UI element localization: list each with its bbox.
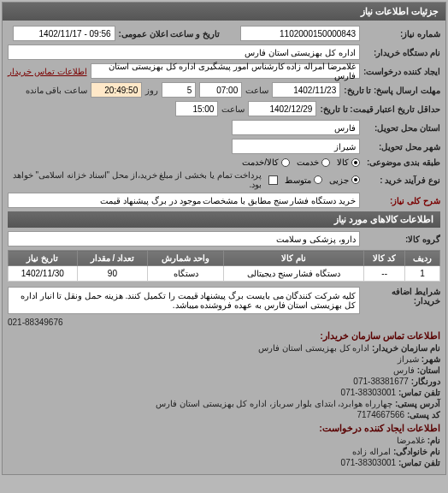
line-city: شهر: شیراز xyxy=(8,354,440,364)
validity-label: حداقل تاریخ اعتبار قیمت: تا تاریخ: xyxy=(320,104,440,114)
cat-all-label: کالا xyxy=(337,157,349,167)
category-label: طبقه بندی موضوعی: xyxy=(363,157,440,167)
panel-title: جزئیات اطلاعات نیاز xyxy=(3,3,445,21)
deadline-time: 07:00 xyxy=(199,82,242,98)
datetime-value: 09:56 - 1402/11/17 xyxy=(13,26,115,41)
city-label: شهر محل تحویل: xyxy=(363,142,440,151)
process-radios: جزیی متوسط پرداخت تمام یا بخشی از مبلغ خ… xyxy=(8,170,360,189)
fax-label: دورنگار: xyxy=(411,377,440,386)
radio-dot-icon xyxy=(351,158,360,167)
th-date: تاریخ نیاز xyxy=(9,251,78,266)
group-value: دارو، پزشکی و سلامت xyxy=(8,231,360,246)
th-qty: تعداد / مقدار xyxy=(77,251,147,266)
goods-table: ردیف کد کالا نام کالا واحد شمارش تعداد /… xyxy=(8,250,440,282)
number-value: 1102000150000843 xyxy=(240,26,360,41)
td-code: -- xyxy=(364,266,405,282)
cat-both-label: کالا/خدمت xyxy=(242,157,279,167)
requester-label: ایجاد کننده درخواست: xyxy=(363,67,440,76)
row-city: شهر محل تحویل: شیراز xyxy=(8,139,440,154)
process-label: نوع فرآیند خرید : xyxy=(363,175,440,185)
radio-small[interactable]: جزیی xyxy=(329,175,360,185)
device-label: نام دستگاه خریدار: xyxy=(363,48,440,57)
tel2-value: 38303001-071 xyxy=(341,458,397,467)
tel-value: 38303001-071 xyxy=(341,388,397,397)
td-qty: 90 xyxy=(77,266,147,282)
row-desc: شرح کلی نیاز: خرید دستگاه فشار سنج مطابق… xyxy=(8,193,440,208)
row-device: نام دستگاه خریدار: اداره کل بهزیستی استا… xyxy=(8,45,440,60)
row-group: گروه کالا: دارو، پزشکی و سلامت xyxy=(8,231,440,246)
remaining-label: ساعت باقی مانده xyxy=(26,86,88,95)
tel-label: تلفن تماس: xyxy=(398,388,440,397)
org-name-label: نام سازمان خریدار: xyxy=(372,343,440,353)
row-process: نوع فرآیند خرید : جزیی متوسط پرداخت تمام… xyxy=(8,170,440,189)
buyer-note-label: شرایط اضافه خریدار: xyxy=(363,287,440,306)
line-tel: تلفن تماس: 38303001-071 xyxy=(8,388,440,397)
radio-dot-icon xyxy=(281,158,290,167)
requester-value: غلامرضا امراله زاده کارشناس امور پیشگیری… xyxy=(91,63,360,79)
row-validity: حداقل تاریخ اعتبار قیمت: تا تاریخ: 1402/… xyxy=(8,101,440,116)
addr-label: آدرس پستی: xyxy=(395,399,440,408)
province-label: استان محل تحویل: xyxy=(363,123,440,133)
table-header-row: ردیف کد کالا نام کالا واحد شمارش تعداد /… xyxy=(9,251,440,266)
day-value: 5 xyxy=(162,82,196,98)
c-city-value: شیراز xyxy=(398,354,419,364)
c-city-label: شهر: xyxy=(421,354,440,364)
proc-note: پرداخت تمام یا بخشی از مبلغ خرید،از محل … xyxy=(8,170,262,189)
day-label: روز xyxy=(145,86,158,95)
province-value: فارس xyxy=(232,120,360,135)
row-category: طبقه بندی موضوعی: کالا خدمت کالا/خدمت xyxy=(8,157,440,167)
desc-label: شرح کلی نیاز: xyxy=(363,196,440,205)
row-requester: ایجاد کننده درخواست: غلامرضا امراله زاده… xyxy=(8,63,440,79)
td-name: دستگاه فشار سنج دیجیتالی xyxy=(223,266,363,282)
remaining-time: 20:49:50 xyxy=(91,82,142,98)
line-zip: کد پستی: 7174667566 xyxy=(8,410,440,419)
time-label-2: ساعت xyxy=(221,104,245,114)
validity-time: 15:00 xyxy=(175,101,218,116)
buyer-note-value: کلیه شرکت کنندگان می بایست برگ پیشنهاد ق… xyxy=(8,287,360,314)
line-name: نام: غلامرضا xyxy=(8,436,440,445)
row-number: شماره نیاز: 1102000150000843 تاریخ و ساع… xyxy=(8,26,440,41)
line-addr: آدرس پستی: چهارراه هوابرد، ابتدای بلوار … xyxy=(8,399,440,408)
contact-footer: اطلاعات تماس سازمان خریدار: نام سازمان خ… xyxy=(8,330,440,467)
c-prov-label: استان: xyxy=(417,365,440,375)
radio-both[interactable]: کالا/خدمت xyxy=(242,157,290,167)
cat-service-label: خدمت xyxy=(297,157,319,167)
row-buyer-note: شرایط اضافه خریدار: کلیه شرکت کنندگان می… xyxy=(8,287,440,314)
line-orgname: نام سازمان خریدار: اداره کل بهزیستی استا… xyxy=(8,343,440,353)
line-family: نام خانوادگی: امراله زاده xyxy=(8,447,440,456)
line-fax: دورنگار: 38381677-071 xyxy=(8,377,440,386)
device-value: اداره کل بهزیستی استان فارس xyxy=(8,45,360,60)
radio-dot-icon xyxy=(314,175,322,184)
creator-section-title: اطلاعات ایجاد کننده درخواست: xyxy=(8,423,440,434)
phone-bottom: 021-88349676 xyxy=(8,318,440,327)
zip-value: 7174667566 xyxy=(357,410,404,419)
proc-medium-label: متوسط xyxy=(285,175,311,185)
number-label: شماره نیاز: xyxy=(363,29,440,39)
th-row: ردیف xyxy=(405,251,440,266)
td-date: 1402/11/30 xyxy=(9,266,78,282)
name-value: غلامرضا xyxy=(397,436,425,445)
datetime-label: تاریخ و ساعت اعلان عمومی: xyxy=(119,29,220,39)
addr-value: چهارراه هوابرد، ابتدای بلوار سرباز، ادار… xyxy=(156,399,392,408)
category-radios: کالا خدمت کالا/خدمت xyxy=(242,157,360,167)
radio-dot-icon xyxy=(321,158,330,167)
name-label: نام: xyxy=(427,436,440,445)
radio-all[interactable]: کالا xyxy=(337,157,360,167)
td-row: 1 xyxy=(405,266,440,282)
checkbox-treasury[interactable] xyxy=(268,175,278,185)
time-label-1: ساعت xyxy=(245,86,268,95)
row-deadline: مهلت ارسال پاسخ: تا تاریخ: 1402/11/23 سا… xyxy=(8,82,440,98)
contact-link[interactable]: اطلاعات تماس خریدار xyxy=(8,67,87,76)
radio-dot-icon xyxy=(351,175,360,184)
tel2-label: تلفن تماس: xyxy=(398,458,440,467)
c-prov-value: فارس xyxy=(393,365,415,375)
radio-service[interactable]: خدمت xyxy=(297,157,330,167)
validity-date: 1402/12/29 xyxy=(248,101,316,116)
radio-medium[interactable]: متوسط xyxy=(285,175,322,185)
row-province: استان محل تحویل: فارس xyxy=(8,120,440,135)
goods-section-title: اطلاعات کالاهای مورد نیاز xyxy=(8,211,440,228)
panel-body: شماره نیاز: 1102000150000843 تاریخ و ساع… xyxy=(3,21,445,474)
table-row[interactable]: 1 -- دستگاه فشار سنج دیجیتالی دستگاه 90 … xyxy=(9,266,440,282)
details-panel: جزئیات اطلاعات نیاز شماره نیاز: 11020001… xyxy=(2,2,446,475)
th-unit: واحد شمارش xyxy=(148,251,224,266)
